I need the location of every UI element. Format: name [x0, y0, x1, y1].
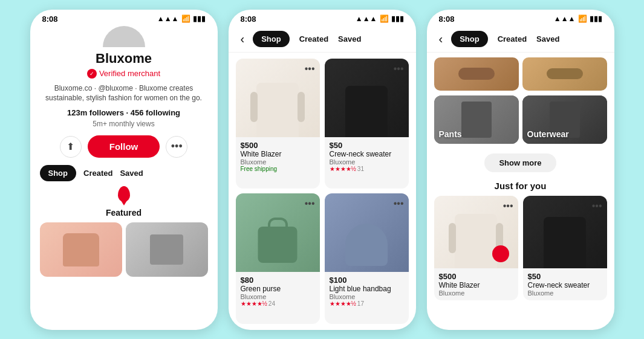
- tab-created-1[interactable]: Created: [83, 169, 112, 178]
- product-brand-4: Bluxome: [330, 293, 404, 300]
- jfy-name-1: White Blazer: [439, 281, 513, 289]
- product-info-1: $500 White Blazer Bluxome Free shipping: [236, 137, 320, 177]
- jfy-price-1: $500: [439, 272, 513, 281]
- product-name-3: Green purse: [241, 285, 315, 293]
- category-outerwear-label: Outerwear: [527, 129, 569, 139]
- tab-shop-1[interactable]: Shop: [40, 165, 77, 181]
- phone3-content: Pants Outerwear Show more Just for you: [427, 53, 614, 330]
- jfy-more-1[interactable]: •••: [503, 201, 513, 211]
- jfy-blazer-shape: [455, 214, 497, 268]
- verified-label: Verified merchant: [99, 69, 160, 78]
- status-icons-2: ▲▲▲ 📶 ▮▮▮: [356, 15, 404, 23]
- jfy-name-2: Crew-neck sweater: [528, 281, 602, 289]
- product-card-blue-bag[interactable]: ••• $100 Light blue handbag Bluxome ★★★★…: [325, 193, 409, 324]
- jfy-price-2: $50: [528, 272, 602, 281]
- featured-item-sweater[interactable]: [40, 222, 122, 277]
- products-grid-2: ••• $500 White Blazer Bluxome Free shipp…: [229, 53, 416, 330]
- time-1: 8:08: [42, 15, 58, 24]
- wifi-icon-3: 📶: [578, 15, 587, 23]
- product-name-2: Crew-neck sweater: [330, 150, 404, 158]
- follow-button[interactable]: Follow: [88, 135, 160, 158]
- time-3: 8:08: [439, 15, 455, 24]
- show-more-button[interactable]: Show more: [484, 153, 556, 172]
- jfy-info-2: $50 Crew-neck sweater Bluxome: [523, 268, 607, 300]
- product-shipping-1: Free shipping: [241, 166, 315, 172]
- categories-grid: Pants Outerwear: [427, 91, 614, 149]
- product-card-white-blazer[interactable]: ••• $500 White Blazer Bluxome Free shipp…: [236, 59, 320, 189]
- status-bar-3: 8:08 ▲▲▲ 📶 ▮▮▮: [427, 10, 614, 26]
- jfy-brand-1: Bluxome: [439, 289, 513, 297]
- verified-badge: ✓ Verified merchant: [30, 69, 218, 79]
- sweater-shape: [63, 233, 99, 266]
- product-rating-4: ★★★★½ 17: [330, 300, 404, 307]
- nav-tab-shop-3[interactable]: Shop: [451, 31, 488, 47]
- shoe-brown-img[interactable]: [434, 57, 519, 91]
- back-button-3[interactable]: ‹: [437, 30, 446, 48]
- red-dot-icon: [492, 245, 509, 262]
- featured-item-scarf[interactable]: [126, 222, 208, 277]
- profile-tabs: Shop Created Saved: [30, 165, 218, 181]
- product-more-3[interactable]: •••: [305, 198, 315, 209]
- upload-button[interactable]: ⬆: [60, 136, 82, 158]
- jfy-sweater-shape: [544, 217, 586, 268]
- status-icons-3: ▲▲▲ 📶 ▮▮▮: [554, 15, 602, 23]
- nav-tab-saved-2[interactable]: Saved: [338, 34, 361, 44]
- stars-4: ★★★★½: [330, 300, 356, 307]
- verified-icon: ✓: [87, 69, 97, 79]
- rating-count-3: 24: [268, 300, 275, 307]
- more-button[interactable]: •••: [166, 136, 187, 158]
- product-more-4[interactable]: •••: [394, 198, 404, 209]
- profile-actions: ⬆ Follow •••: [30, 135, 218, 158]
- purse-shape: [258, 227, 298, 263]
- product-brand-2: Bluxome: [330, 158, 404, 166]
- battery-icon-2: ▮▮▮: [391, 15, 404, 23]
- status-bar-1: 8:08 ▲▲▲ 📶 ▮▮▮: [30, 10, 218, 26]
- nav-tab-created-3[interactable]: Created: [498, 34, 527, 44]
- product-brand-1: Bluxome: [241, 158, 315, 166]
- profile-content: Bluxome ✓ Verified merchant Bluxome.co ·…: [30, 26, 218, 330]
- product-info-2: $50 Crew-neck sweater Bluxome ★★★★½ 31: [325, 137, 409, 177]
- wifi-icon-2: 📶: [380, 15, 389, 23]
- jfy-more-2[interactable]: •••: [592, 201, 602, 211]
- product-img-blue-bag: •••: [325, 193, 409, 272]
- product-more-2[interactable]: •••: [394, 63, 404, 74]
- featured-section: Featured: [30, 186, 218, 277]
- profile-views: 5m+ monthly views: [30, 120, 218, 128]
- product-name-1: White Blazer: [241, 150, 315, 158]
- product-info-4: $100 Light blue handbag Bluxome ★★★★½ 17: [325, 272, 409, 312]
- stars-3: ★★★★½: [241, 300, 267, 307]
- product-card-green-purse[interactable]: ••• $80 Green purse Bluxome ★★★★½ 24: [236, 193, 320, 324]
- tab-saved-1[interactable]: Saved: [120, 169, 143, 178]
- stars-2: ★★★★½: [330, 166, 356, 172]
- nav-tabs-2: Shop Created Saved: [253, 31, 361, 47]
- category-outerwear[interactable]: Outerwear: [522, 95, 607, 144]
- product-name-4: Light blue handbag: [330, 285, 404, 293]
- product-more-1[interactable]: •••: [305, 63, 315, 74]
- phone-2: 8:08 ▲▲▲ 📶 ▮▮▮ ‹ Shop Created Saved •••: [229, 10, 416, 330]
- product-info-3: $80 Green purse Bluxome ★★★★½ 24: [236, 272, 320, 312]
- jfy-card-sweater[interactable]: ••• $50 Crew-neck sweater Bluxome: [523, 196, 607, 300]
- featured-pin: [40, 186, 208, 202]
- product-img-crew-neck: •••: [325, 59, 409, 137]
- featured-label: Featured: [40, 208, 208, 218]
- product-card-crew-neck[interactable]: ••• $50 Crew-neck sweater Bluxome ★★★★½ …: [325, 59, 409, 189]
- nav-tab-created-2[interactable]: Created: [299, 34, 328, 44]
- category-pants[interactable]: Pants: [434, 95, 519, 144]
- signal-icon: ▲▲▲: [157, 15, 179, 23]
- just-for-you-label: Just for you: [427, 177, 614, 196]
- profile-stats: 123m followers · 456 following: [30, 108, 218, 117]
- status-bar-2: 8:08 ▲▲▲ 📶 ▮▮▮: [229, 10, 416, 26]
- product-brand-3: Bluxome: [241, 293, 315, 300]
- nav-tab-saved-3[interactable]: Saved: [536, 34, 559, 44]
- battery-icon: ▮▮▮: [193, 15, 206, 23]
- nav-bar-2: ‹ Shop Created Saved: [229, 26, 416, 53]
- jfy-card-blazer[interactable]: ••• $500 White Blazer Bluxome: [434, 196, 518, 300]
- nav-tab-shop-2[interactable]: Shop: [253, 31, 290, 47]
- product-img-white-blazer: •••: [236, 59, 320, 137]
- rating-count-2: 31: [357, 166, 364, 172]
- battery-icon-3: ▮▮▮: [590, 15, 602, 23]
- signal-icon-3: ▲▲▲: [554, 15, 576, 23]
- shoe-tan-img[interactable]: [522, 57, 607, 91]
- back-button-2[interactable]: ‹: [238, 30, 247, 48]
- product-price-4: $100: [330, 276, 404, 285]
